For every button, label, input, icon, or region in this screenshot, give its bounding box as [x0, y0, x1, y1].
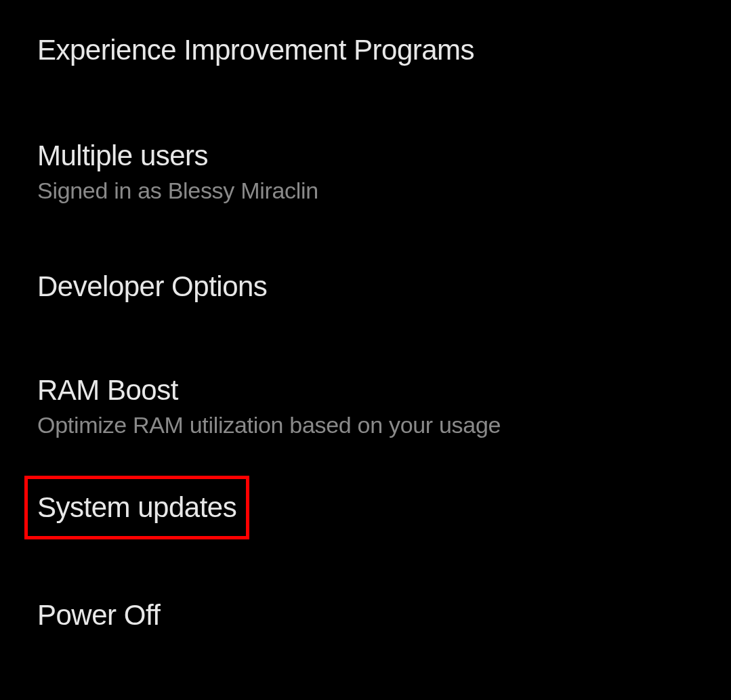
settings-item-title: Experience Improvement Programs: [37, 34, 731, 66]
settings-item-ram-boost[interactable]: RAM Boost Optimize RAM utilization based…: [37, 374, 731, 438]
settings-item-title: System updates: [37, 491, 236, 524]
settings-item-title: Multiple users: [37, 140, 731, 172]
settings-item-experience-improvement[interactable]: Experience Improvement Programs: [37, 34, 731, 66]
settings-item-developer-options[interactable]: Developer Options: [37, 270, 731, 303]
settings-item-system-updates[interactable]: System updates: [37, 476, 731, 539]
settings-item-multiple-users[interactable]: Multiple users Signed in as Blessy Mirac…: [37, 140, 731, 204]
settings-item-subtitle: Signed in as Blessy Miraclin: [37, 178, 731, 204]
highlight-box: System updates: [24, 476, 249, 539]
settings-item-power-off[interactable]: Power Off: [37, 599, 731, 632]
settings-item-title: Power Off: [37, 599, 731, 632]
settings-item-title: RAM Boost: [37, 374, 731, 407]
settings-item-title: Developer Options: [37, 270, 731, 303]
settings-item-subtitle: Optimize RAM utilization based on your u…: [37, 412, 731, 438]
settings-list: Experience Improvement Programs Multiple…: [0, 0, 731, 632]
